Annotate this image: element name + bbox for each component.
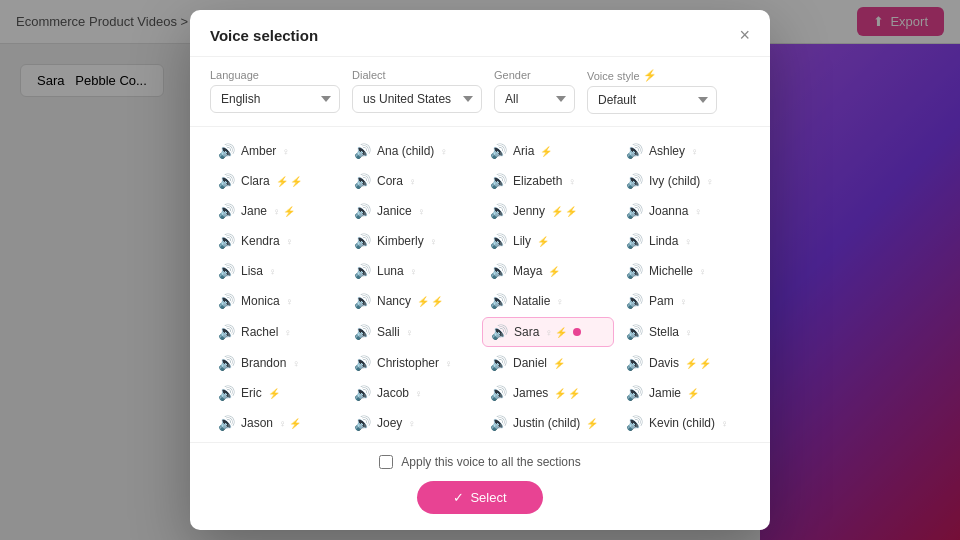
close-button[interactable]: × xyxy=(739,26,750,44)
speaker-icon[interactable]: 🔊 xyxy=(354,173,371,189)
lightning-badge: ⚡ xyxy=(268,388,280,399)
speaker-icon[interactable]: 🔊 xyxy=(218,415,235,431)
speaker-icon[interactable]: 🔊 xyxy=(354,233,371,249)
speaker-icon[interactable]: 🔊 xyxy=(218,355,235,371)
voice-item[interactable]: 🔊Elizabeth♀ xyxy=(482,167,614,195)
voice-badges: ♀ xyxy=(568,176,576,187)
voice-item[interactable]: 🔊Jacob♀ xyxy=(346,379,478,407)
voice-badges: ♀ xyxy=(699,266,707,277)
speaker-icon[interactable]: 🔊 xyxy=(218,233,235,249)
speaker-icon[interactable]: 🔊 xyxy=(626,415,643,431)
select-button[interactable]: ✓ Select xyxy=(417,481,542,514)
gender-select[interactable]: All Male Female xyxy=(494,85,575,113)
speaker-icon[interactable]: 🔊 xyxy=(354,293,371,309)
voice-style-select[interactable]: Default xyxy=(587,86,717,114)
language-select[interactable]: English xyxy=(210,85,340,113)
dialect-select[interactable]: us United States xyxy=(352,85,482,113)
speaker-icon[interactable]: 🔊 xyxy=(218,293,235,309)
speaker-icon[interactable]: 🔊 xyxy=(354,324,371,340)
voice-item[interactable]: 🔊Aria⚡ xyxy=(482,137,614,165)
speaker-icon[interactable]: 🔊 xyxy=(490,203,507,219)
voice-item[interactable]: 🔊James⚡⚡ xyxy=(482,379,614,407)
speaker-icon[interactable]: 🔊 xyxy=(626,385,643,401)
speaker-icon[interactable]: 🔊 xyxy=(354,263,371,279)
voice-item[interactable]: 🔊Cora♀ xyxy=(346,167,478,195)
voice-item[interactable]: 🔊Jenny⚡⚡ xyxy=(482,197,614,225)
voice-item[interactable]: 🔊Michelle♀ xyxy=(618,257,750,285)
voice-item[interactable]: 🔊Kevin (child)♀ xyxy=(618,409,750,437)
speaker-icon[interactable]: 🔊 xyxy=(354,385,371,401)
voice-item[interactable]: 🔊Joey♀ xyxy=(346,409,478,437)
speaker-icon[interactable]: 🔊 xyxy=(218,143,235,159)
speaker-icon[interactable]: 🔊 xyxy=(490,385,507,401)
speaker-icon[interactable]: 🔊 xyxy=(354,203,371,219)
speaker-icon[interactable]: 🔊 xyxy=(490,233,507,249)
speaker-icon[interactable]: 🔊 xyxy=(490,355,507,371)
voice-item[interactable]: 🔊Christopher♀ xyxy=(346,349,478,377)
voice-item[interactable]: 🔊Ivy (child)♀ xyxy=(618,167,750,195)
voice-item[interactable]: 🔊Brandon♀ xyxy=(210,349,342,377)
speaker-icon[interactable]: 🔊 xyxy=(626,203,643,219)
voice-item[interactable]: 🔊Rachel♀ xyxy=(210,317,342,347)
speaker-icon[interactable]: 🔊 xyxy=(626,173,643,189)
voice-item[interactable]: 🔊Maya⚡ xyxy=(482,257,614,285)
voice-item[interactable]: 🔊Natalie♀ xyxy=(482,287,614,315)
voice-item[interactable]: 🔊Justin (child)⚡ xyxy=(482,409,614,437)
voice-item[interactable]: 🔊Lily⚡ xyxy=(482,227,614,255)
speaker-icon[interactable]: 🔊 xyxy=(218,324,235,340)
voice-item[interactable]: 🔊Davis⚡⚡ xyxy=(618,349,750,377)
voice-item[interactable]: 🔊Ashley♀ xyxy=(618,137,750,165)
voice-item[interactable]: 🔊Jane♀⚡ xyxy=(210,197,342,225)
lightning-badge: ⚡ xyxy=(551,206,563,217)
voice-item[interactable]: 🔊Lisa♀ xyxy=(210,257,342,285)
speaker-icon[interactable]: 🔊 xyxy=(218,385,235,401)
apply-all-checkbox[interactable] xyxy=(379,455,393,469)
voice-item[interactable]: 🔊Linda♀ xyxy=(618,227,750,255)
voice-item[interactable]: 🔊Kimberly♀ xyxy=(346,227,478,255)
speaker-icon[interactable]: 🔊 xyxy=(354,143,371,159)
gender-badge: ♀ xyxy=(545,327,553,338)
gender-label: Gender xyxy=(494,69,575,81)
voice-item[interactable]: 🔊Pam♀ xyxy=(618,287,750,315)
leaf-badge: ⚡ xyxy=(568,388,580,399)
speaker-icon[interactable]: 🔊 xyxy=(218,263,235,279)
speaker-icon[interactable]: 🔊 xyxy=(626,263,643,279)
voice-item[interactable]: 🔊Nancy⚡⚡ xyxy=(346,287,478,315)
voice-item[interactable]: 🔊Stella♀ xyxy=(618,317,750,347)
modal-header: Voice selection × xyxy=(190,10,770,57)
speaker-icon[interactable]: 🔊 xyxy=(626,143,643,159)
voice-item[interactable]: 🔊Monica♀ xyxy=(210,287,342,315)
voice-item[interactable]: 🔊Amber♀ xyxy=(210,137,342,165)
gender-badge: ♀ xyxy=(286,236,294,247)
dialect-label: Dialect xyxy=(352,69,482,81)
speaker-icon[interactable]: 🔊 xyxy=(626,233,643,249)
voice-item[interactable]: 🔊Luna♀ xyxy=(346,257,478,285)
speaker-icon[interactable]: 🔊 xyxy=(491,324,508,340)
speaker-icon[interactable]: 🔊 xyxy=(490,293,507,309)
speaker-icon[interactable]: 🔊 xyxy=(490,415,507,431)
speaker-icon[interactable]: 🔊 xyxy=(626,324,643,340)
speaker-icon[interactable]: 🔊 xyxy=(218,203,235,219)
speaker-icon[interactable]: 🔊 xyxy=(354,415,371,431)
voice-item[interactable]: 🔊Eric⚡ xyxy=(210,379,342,407)
voice-badges: ♀ xyxy=(418,206,426,217)
gender-badge: ♀ xyxy=(284,327,292,338)
voice-item[interactable]: 🔊Kendra♀ xyxy=(210,227,342,255)
speaker-icon[interactable]: 🔊 xyxy=(490,173,507,189)
voice-item[interactable]: 🔊Clara⚡⚡ xyxy=(210,167,342,195)
speaker-icon[interactable]: 🔊 xyxy=(490,143,507,159)
voice-item[interactable]: 🔊Ana (child)♀ xyxy=(346,137,478,165)
voice-item[interactable]: 🔊Salli♀ xyxy=(346,317,478,347)
speaker-icon[interactable]: 🔊 xyxy=(354,355,371,371)
speaker-icon[interactable]: 🔊 xyxy=(626,355,643,371)
speaker-icon[interactable]: 🔊 xyxy=(626,293,643,309)
speaker-icon[interactable]: 🔊 xyxy=(490,263,507,279)
voice-item[interactable]: 🔊Daniel⚡ xyxy=(482,349,614,377)
voice-item[interactable]: 🔊Jason♀⚡ xyxy=(210,409,342,437)
voice-item[interactable]: 🔊Joanna♀ xyxy=(618,197,750,225)
voice-item[interactable]: 🔊Janice♀ xyxy=(346,197,478,225)
modal-title: Voice selection xyxy=(210,27,318,44)
speaker-icon[interactable]: 🔊 xyxy=(218,173,235,189)
voice-item[interactable]: 🔊Jamie⚡ xyxy=(618,379,750,407)
voice-item[interactable]: 🔊Sara♀⚡ xyxy=(482,317,614,347)
